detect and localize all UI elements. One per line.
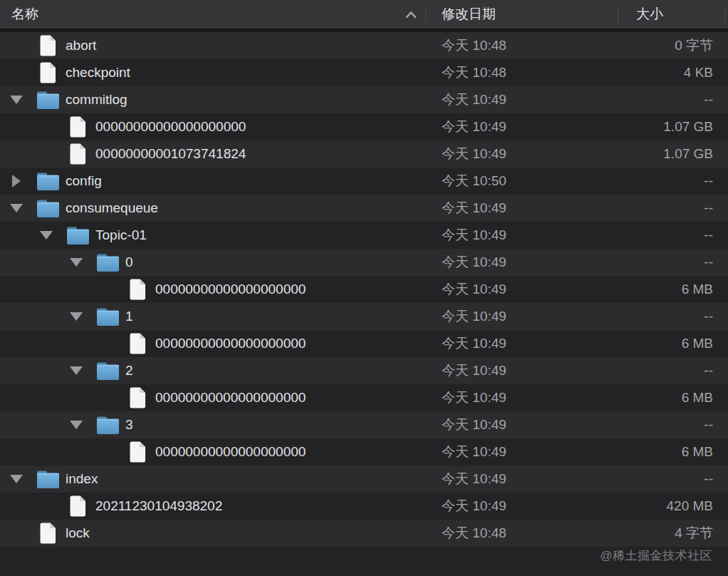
item-date: 今天 10:48 xyxy=(426,524,618,542)
table-row[interactable]: index 今天 10:49 -- xyxy=(0,466,728,493)
table-row[interactable]: config 今天 10:50 -- xyxy=(0,168,728,195)
name-cell: 1 xyxy=(0,303,426,330)
table-row[interactable]: 00000000000000000000 今天 10:49 6 MB xyxy=(0,438,728,466)
disclosure-triangle-expanded-icon[interactable] xyxy=(10,96,23,104)
item-name: 00000000000000000000 xyxy=(155,336,306,351)
table-row[interactable]: 00000000000000000000 今天 10:49 6 MB xyxy=(0,384,728,411)
table-row[interactable]: 00000000000000000000 今天 10:49 1.07 GB xyxy=(0,113,728,140)
table-row[interactable]: Topic-01 今天 10:49 -- xyxy=(0,222,728,249)
item-date: 今天 10:49 xyxy=(426,145,618,163)
item-date: 今天 10:49 xyxy=(426,307,618,326)
item-date: 今天 10:49 xyxy=(426,497,618,515)
item-size: 4 KB xyxy=(618,65,728,81)
column-header-size-label: 大小 xyxy=(636,5,663,24)
disclosure-slot xyxy=(9,475,36,483)
watermark: @稀土掘金技术社区 xyxy=(600,547,712,564)
column-header-date-label: 修改日期 xyxy=(442,5,496,24)
name-cell: 00000000000000000000 xyxy=(0,330,426,357)
item-size: -- xyxy=(618,309,728,324)
item-date: 今天 10:49 xyxy=(426,416,618,434)
table-row[interactable]: 1 今天 10:49 -- xyxy=(0,303,728,330)
item-date: 今天 10:49 xyxy=(426,334,618,353)
folder-icon xyxy=(36,470,60,489)
disclosure-triangle-expanded-icon[interactable] xyxy=(70,312,83,321)
folder-icon xyxy=(95,253,120,272)
table-row[interactable]: 2 今天 10:49 -- xyxy=(0,357,728,384)
item-name: 1 xyxy=(125,309,133,324)
file-icon xyxy=(125,441,150,463)
folder-icon xyxy=(36,91,60,110)
item-name: consumequeue xyxy=(66,200,158,216)
table-row[interactable]: commitlog 今天 10:49 -- xyxy=(0,86,728,113)
item-date: 今天 10:49 xyxy=(426,199,618,217)
item-date: 今天 10:50 xyxy=(426,172,618,190)
disclosure-triangle-expanded-icon[interactable] xyxy=(40,231,53,240)
name-cell: checkpoint xyxy=(0,59,426,86)
item-size: 6 MB xyxy=(618,444,728,460)
name-cell: 00000000000000000000 xyxy=(0,438,426,466)
item-size: 6 MB xyxy=(618,390,728,406)
item-size: -- xyxy=(618,92,728,108)
table-row[interactable]: 00000000000000000000 今天 10:49 6 MB xyxy=(0,276,728,303)
item-size: 0 字节 xyxy=(618,36,728,55)
column-header-date[interactable]: 修改日期 xyxy=(426,0,618,29)
item-name: 00000000000000000000 xyxy=(155,282,306,297)
item-date: 今天 10:48 xyxy=(426,36,618,55)
table-row[interactable]: 20211230104938202 今天 10:49 420 MB xyxy=(0,493,728,520)
item-date: 今天 10:49 xyxy=(426,389,618,407)
disclosure-slot xyxy=(9,96,36,104)
file-list: abort 今天 10:48 0 字节 checkpoint 今天 10:48 … xyxy=(0,32,728,576)
table-row[interactable]: lock 今天 10:48 4 字节 xyxy=(0,520,728,547)
folder-icon xyxy=(36,199,60,218)
item-name: config xyxy=(66,173,102,189)
item-name: index xyxy=(66,471,98,487)
item-date: 今天 10:49 xyxy=(426,280,618,299)
finder-list-view: 名称 修改日期 大小 abort 今天 10:48 0 字节 xyxy=(0,0,728,576)
disclosure-slot xyxy=(9,204,36,212)
item-name: 00000000000000000000 xyxy=(155,390,306,406)
folder-icon xyxy=(95,416,120,435)
file-icon xyxy=(36,523,60,544)
item-date: 今天 10:49 xyxy=(426,253,618,272)
disclosure-triangle-expanded-icon[interactable] xyxy=(70,421,83,429)
folder-icon xyxy=(95,307,120,326)
item-size: -- xyxy=(618,471,728,487)
file-icon xyxy=(125,387,150,408)
file-icon xyxy=(36,62,60,83)
name-cell: 00000000000000000000 xyxy=(0,276,426,303)
item-size: -- xyxy=(618,200,728,216)
item-name: abort xyxy=(66,38,96,53)
table-row[interactable]: 00000000001073741824 今天 10:49 1.07 GB xyxy=(0,140,728,168)
table-row[interactable]: abort 今天 10:48 0 字节 xyxy=(0,32,728,59)
disclosure-triangle-collapsed-icon[interactable] xyxy=(12,175,21,187)
item-name: 2 xyxy=(125,363,133,379)
name-cell: config xyxy=(0,168,426,195)
item-size: -- xyxy=(618,227,728,243)
disclosure-triangle-expanded-icon[interactable] xyxy=(70,258,83,267)
table-row[interactable]: checkpoint 今天 10:48 4 KB xyxy=(0,59,728,86)
item-date: 今天 10:49 xyxy=(426,470,618,488)
item-name: commitlog xyxy=(66,92,128,108)
name-cell: 00000000000000000000 xyxy=(0,113,426,140)
item-date: 今天 10:48 xyxy=(426,63,618,82)
name-cell: lock xyxy=(0,520,426,547)
item-date: 今天 10:49 xyxy=(426,118,618,136)
disclosure-triangle-expanded-icon[interactable] xyxy=(70,366,83,375)
column-header-size[interactable]: 大小 xyxy=(618,0,725,29)
folder-icon xyxy=(95,361,120,381)
disclosure-triangle-expanded-icon[interactable] xyxy=(10,475,23,483)
disclosure-slot xyxy=(68,312,95,321)
item-name: 00000000000000000000 xyxy=(155,444,306,460)
list-header: 名称 修改日期 大小 xyxy=(0,0,728,29)
name-cell: index xyxy=(0,466,426,493)
table-row[interactable]: 00000000000000000000 今天 10:49 6 MB xyxy=(0,330,728,357)
disclosure-triangle-expanded-icon[interactable] xyxy=(10,204,23,212)
name-cell: abort xyxy=(0,32,426,59)
column-header-name[interactable]: 名称 xyxy=(0,0,426,29)
table-row[interactable]: consumequeue 今天 10:49 -- xyxy=(0,195,728,222)
column-header-name-label: 名称 xyxy=(11,5,38,24)
name-cell: 20211230104938202 xyxy=(0,493,426,520)
table-row[interactable]: 3 今天 10:49 -- xyxy=(0,411,728,438)
table-row[interactable]: 0 今天 10:49 -- xyxy=(0,249,728,276)
name-cell: consumequeue xyxy=(0,195,426,222)
